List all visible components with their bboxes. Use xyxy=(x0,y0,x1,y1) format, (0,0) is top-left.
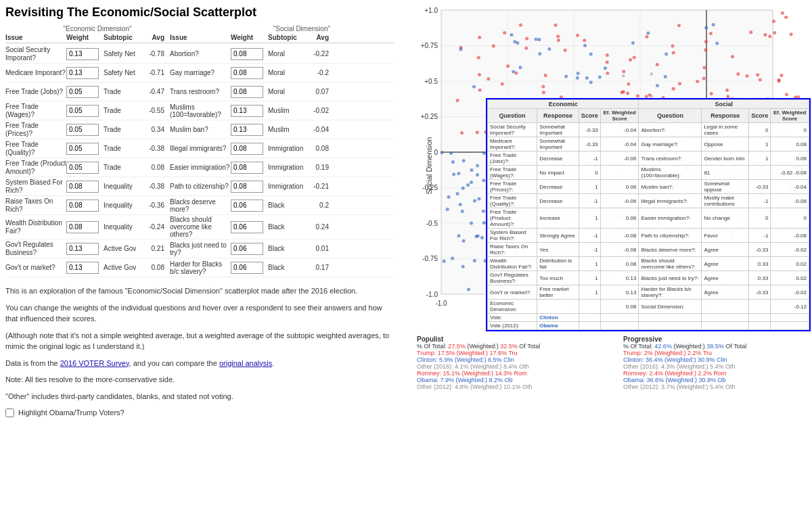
weight-input2-2[interactable] xyxy=(231,86,263,98)
scatter-dot[interactable] xyxy=(672,51,675,55)
weight-input-7[interactable] xyxy=(66,181,99,193)
scatter-dot[interactable] xyxy=(636,94,639,97)
scatter-dot[interactable] xyxy=(604,66,607,70)
scatter-dot[interactable] xyxy=(461,187,465,190)
weight-input-3[interactable] xyxy=(66,105,99,117)
scatter-dot[interactable] xyxy=(456,192,459,195)
scatter-dot[interactable] xyxy=(781,11,784,15)
scatter-dot[interactable] xyxy=(449,151,453,155)
scatter-dot[interactable] xyxy=(576,34,579,37)
cell-weight-10[interactable] xyxy=(66,243,104,255)
weight-input2-5[interactable] xyxy=(231,143,263,155)
scatter-dot[interactable] xyxy=(451,160,455,164)
scatter-dot[interactable] xyxy=(773,31,776,34)
scatter-dot[interactable] xyxy=(554,24,558,27)
scatter-dot[interactable] xyxy=(473,259,476,262)
scatter-dot[interactable] xyxy=(564,75,568,78)
scatter-dot[interactable] xyxy=(462,239,466,243)
scatter-dot[interactable] xyxy=(768,34,771,38)
scatter-dot[interactable] xyxy=(459,48,463,51)
scatter-dot[interactable] xyxy=(704,40,708,43)
cell-weight2-9[interactable] xyxy=(231,221,268,233)
scatter-dot[interactable] xyxy=(467,287,470,291)
scatter-dot[interactable] xyxy=(629,58,632,62)
scatter-dot[interactable] xyxy=(514,71,518,74)
scatter-dot[interactable] xyxy=(457,234,461,237)
cell-weight-7[interactable] xyxy=(66,181,104,193)
weight-input2-6[interactable] xyxy=(231,162,263,174)
scatter-dot[interactable] xyxy=(677,24,681,27)
weight-input2-0[interactable] xyxy=(231,48,263,60)
scatter-dot[interactable] xyxy=(480,236,484,239)
scatter-dot[interactable] xyxy=(736,72,740,76)
cell-weight-8[interactable] xyxy=(66,200,104,212)
scatter-dot[interactable] xyxy=(487,77,490,80)
scatter-dot[interactable] xyxy=(671,45,675,48)
scatter-dot[interactable] xyxy=(790,32,793,36)
scatter-dot[interactable] xyxy=(725,89,729,92)
scatter-dot[interactable] xyxy=(518,66,522,69)
scatter-dot[interactable] xyxy=(503,31,506,34)
weight-input2-10[interactable] xyxy=(231,243,263,255)
scatter-dot[interactable] xyxy=(564,49,567,52)
scatter-dot[interactable] xyxy=(510,33,514,37)
scatter-dot[interactable] xyxy=(780,74,783,77)
scatter-dot[interactable] xyxy=(470,222,473,225)
weight-input2-4[interactable] xyxy=(231,124,263,136)
scatter-dot[interactable] xyxy=(646,32,650,35)
cell-weight2-5[interactable] xyxy=(231,143,268,155)
scatter-dot[interactable] xyxy=(451,257,454,260)
scatter-dot[interactable] xyxy=(547,47,551,51)
highlight-checkbox-row[interactable]: Highlight Obama/Trump Voters? xyxy=(5,407,394,419)
scatter-dot[interactable] xyxy=(525,37,528,41)
weight-input-4[interactable] xyxy=(66,124,99,136)
scatter-dot[interactable] xyxy=(712,23,715,26)
cell-weight-4[interactable] xyxy=(66,124,104,136)
original-analysis-link[interactable]: original analysis xyxy=(219,359,272,367)
scatter-dot[interactable] xyxy=(441,151,444,154)
scatter-dot[interactable] xyxy=(457,172,460,175)
cell-weight-5[interactable] xyxy=(66,143,104,155)
scatter-dot[interactable] xyxy=(631,41,635,45)
scatter-dot[interactable] xyxy=(476,131,479,134)
scatter-dot[interactable] xyxy=(622,70,625,73)
scatter-dot[interactable] xyxy=(473,200,476,203)
scatter-dot[interactable] xyxy=(746,74,749,78)
weight-input2-9[interactable] xyxy=(231,221,263,233)
scatter-dot[interactable] xyxy=(589,80,593,84)
scatter-dot[interactable] xyxy=(478,89,482,92)
cell-weight2-8[interactable] xyxy=(231,200,268,212)
scatter-dot[interactable] xyxy=(672,87,675,91)
cell-weight-3[interactable] xyxy=(66,105,104,117)
scatter-dot[interactable] xyxy=(622,74,625,78)
scatter-dot[interactable] xyxy=(656,63,659,66)
cell-weight2-1[interactable] xyxy=(231,67,268,79)
scatter-dot[interactable] xyxy=(462,159,466,162)
scatter-dot[interactable] xyxy=(506,64,510,68)
weight-input2-3[interactable] xyxy=(231,105,263,117)
scatter-dot[interactable] xyxy=(709,32,713,35)
scatter-dot[interactable] xyxy=(589,53,593,56)
scatter-dot[interactable] xyxy=(784,16,788,19)
scatter-dot[interactable] xyxy=(785,93,788,96)
scatter-dot[interactable] xyxy=(443,260,446,263)
weight-input-6[interactable] xyxy=(66,162,99,174)
scatter-dot[interactable] xyxy=(537,38,541,41)
cell-weight-11[interactable] xyxy=(66,262,104,274)
scatter-dot[interactable] xyxy=(606,53,609,57)
scatter-dot[interactable] xyxy=(576,76,579,80)
scatter-dot[interactable] xyxy=(759,78,762,82)
cell-weight-9[interactable] xyxy=(66,221,104,233)
scatter-dot[interactable] xyxy=(519,24,522,27)
cell-weight2-4[interactable] xyxy=(231,124,268,136)
scatter-dot[interactable] xyxy=(478,73,481,76)
scatter-dot[interactable] xyxy=(544,74,547,77)
scatter-dot[interactable] xyxy=(541,85,545,88)
scatter-dot[interactable] xyxy=(452,172,455,176)
scatter-dot[interactable] xyxy=(557,39,560,42)
scatter-dot[interactable] xyxy=(535,37,538,41)
scatter-dot[interactable] xyxy=(583,44,587,47)
scatter-dot[interactable] xyxy=(749,30,752,34)
weight-input-5[interactable] xyxy=(66,143,99,155)
cell-weight2-10[interactable] xyxy=(231,243,268,255)
